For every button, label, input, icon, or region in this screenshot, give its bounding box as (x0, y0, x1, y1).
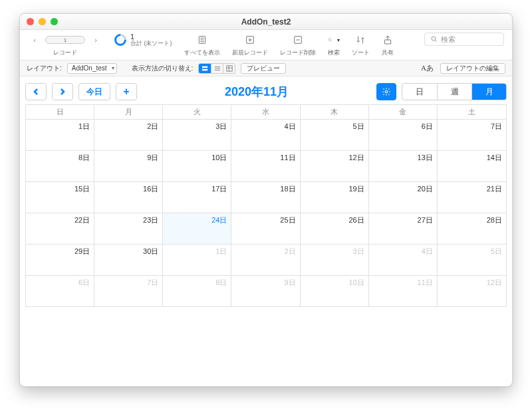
layout-dropdown[interactable]: AddOn_test (67, 63, 117, 74)
cal-view-week[interactable]: 週 (437, 84, 471, 100)
delete-record-group[interactable]: レコード削除 (280, 33, 316, 57)
cal-add-button[interactable]: + (116, 83, 137, 100)
preview-button[interactable]: プレビュー (241, 63, 286, 74)
calendar-cell[interactable]: 16日 (94, 182, 163, 213)
sort-icon (354, 33, 366, 47)
svg-point-12 (432, 37, 436, 41)
calendar-cell[interactable]: 15日 (26, 182, 94, 213)
calendar-cell[interactable]: 8日 (26, 151, 94, 182)
calendar-cell[interactable]: 3日 (163, 120, 231, 151)
total-label: 合計 (未ソート) (130, 41, 172, 47)
svg-point-9 (329, 39, 331, 41)
calendar-cell[interactable]: 10日 (301, 276, 369, 307)
calendar-cell[interactable]: 3日 (301, 245, 369, 276)
calendar: 今日 + 2020年11月 日 週 月 日月火水木金土 1日2日3日4日5日6日… (20, 76, 512, 386)
calendar-toolbar: 今日 + 2020年11月 日 週 月 (25, 82, 507, 102)
calendar-cell[interactable]: 2日 (94, 120, 163, 151)
calendar-cell[interactable]: 5日 (438, 245, 506, 276)
cal-today-label: 今日 (86, 86, 102, 98)
calendar-cell[interactable]: 25日 (231, 213, 300, 245)
calendar-cell[interactable]: 4日 (231, 120, 300, 151)
calendar-cell[interactable]: 27日 (369, 213, 438, 245)
calendar-cell[interactable]: 6日 (26, 276, 94, 307)
calendar-cell[interactable]: 10日 (163, 151, 231, 182)
calendar-cell[interactable]: 1日 (26, 120, 94, 151)
calendar-cell[interactable]: 18日 (231, 182, 300, 213)
calendar-cell[interactable]: 11日 (369, 276, 438, 307)
cal-view-day[interactable]: 日 (402, 84, 437, 100)
calendar-cell[interactable]: 2日 (231, 245, 300, 276)
view-switch-label: 表示方法の切り替え: (132, 64, 194, 73)
dow-cell: 水 (231, 105, 300, 120)
minus-square-icon (292, 33, 304, 47)
search-icon (430, 35, 438, 43)
calendar-cell[interactable]: 11日 (231, 151, 300, 182)
calendar-cell[interactable]: 21日 (438, 182, 506, 213)
calendar-cell[interactable]: 9日 (94, 151, 163, 182)
prev-record-button[interactable]: ‹ (28, 33, 41, 47)
sort-group[interactable]: ソート (352, 33, 370, 57)
delete-record-label: レコード削除 (280, 49, 316, 57)
gear-icon (382, 87, 391, 96)
chevron-right-icon (59, 88, 66, 95)
calendar-cell[interactable]: 12日 (438, 276, 506, 307)
svg-rect-14 (202, 66, 207, 68)
titlebar: AddOn_test2 (20, 14, 512, 30)
search-label: 検索 (328, 49, 340, 57)
calendar-cell[interactable]: 8日 (163, 276, 231, 307)
pie-icon (112, 31, 128, 48)
svg-point-22 (385, 90, 388, 93)
calendar-cell[interactable]: 1日 (163, 245, 231, 276)
next-record-button[interactable]: › (89, 33, 102, 47)
window-title: AddOn_test2 (20, 17, 512, 27)
view-list-icon[interactable] (211, 64, 223, 73)
view-table-icon[interactable] (223, 64, 235, 73)
new-record-group[interactable]: 新規レコード (232, 33, 268, 57)
view-mode-segment (198, 63, 235, 74)
edit-layout-button[interactable]: レイアウトの編集 (440, 63, 505, 74)
calendar-cell[interactable]: 14日 (438, 151, 506, 182)
calendar-cell[interactable]: 30日 (94, 245, 163, 276)
svg-rect-15 (202, 68, 207, 70)
plus-icon: + (123, 86, 129, 98)
text-size-button[interactable]: Aあ (421, 63, 434, 73)
calendar-cell[interactable]: 23日 (94, 213, 163, 245)
cal-next-button[interactable] (52, 83, 73, 100)
calendar-cell[interactable]: 7日 (94, 276, 163, 307)
calendar-cell[interactable]: 13日 (369, 151, 438, 182)
layout-bar: レイアウト: AddOn_test 表示方法の切り替え: プレビュー Aあ レイ… (20, 60, 512, 76)
record-slider[interactable]: 1 (45, 36, 85, 44)
search-group[interactable]: ▾ 検索 (328, 33, 340, 57)
calendar-cell[interactable]: 29日 (26, 245, 94, 276)
view-form-icon[interactable] (199, 64, 211, 73)
calendar-cell[interactable]: 4日 (369, 245, 438, 276)
record-label: レコード (53, 49, 77, 57)
calendar-cell[interactable]: 22日 (26, 213, 94, 245)
dow-cell: 火 (163, 105, 231, 120)
main-toolbar: ‹ 1 › レコード 1 合計 (未ソート) すべてを表示 (20, 30, 512, 60)
calendar-cell[interactable]: 19日 (301, 182, 369, 213)
cal-today-button[interactable]: 今日 (78, 83, 110, 100)
show-all-icon (196, 33, 208, 47)
calendar-cell[interactable]: 20日 (369, 182, 438, 213)
show-all-group[interactable]: すべてを表示 (184, 33, 220, 57)
calendar-cell[interactable]: 6日 (369, 120, 438, 151)
calendar-cell[interactable]: 26日 (301, 213, 369, 245)
dow-cell: 月 (94, 105, 163, 120)
cal-settings-button[interactable] (376, 83, 396, 100)
search-input[interactable]: 検索 (424, 33, 504, 46)
calendar-cell[interactable]: 28日 (438, 213, 506, 245)
calendar-cell[interactable]: 17日 (163, 182, 231, 213)
svg-line-10 (331, 41, 331, 41)
calendar-cell[interactable]: 12日 (301, 151, 369, 182)
calendar-cell[interactable]: 24日 (163, 213, 231, 245)
layout-value: AddOn_test (72, 64, 107, 72)
cal-prev-button[interactable] (25, 83, 47, 100)
share-group[interactable]: 共有 (382, 33, 394, 57)
dow-header: 日月火水木金土 (26, 105, 506, 120)
calendar-cell[interactable]: 7日 (438, 120, 506, 151)
calendar-cell[interactable]: 5日 (301, 120, 369, 151)
cal-view-month[interactable]: 月 (471, 84, 506, 100)
calendar-cell[interactable]: 9日 (231, 276, 300, 307)
share-label: 共有 (382, 49, 394, 57)
